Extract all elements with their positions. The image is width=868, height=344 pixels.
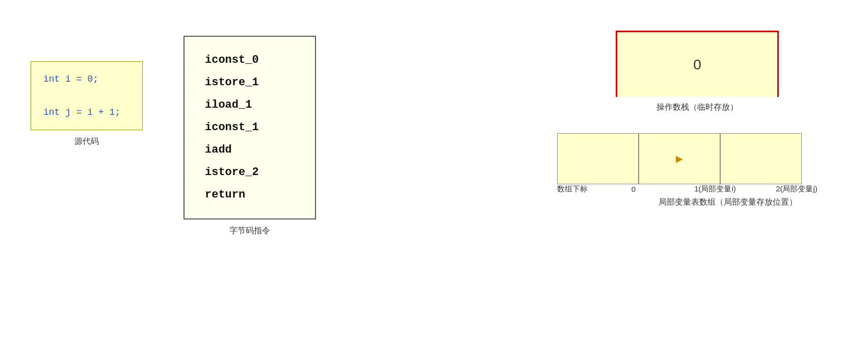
- lv-index-row: 数组下标 0 1(局部变量i) 2(局部变量j): [557, 184, 837, 194]
- local-var-cell-2: [720, 133, 802, 184]
- operand-stack-section: 0 操作数栈（临时存放）: [557, 31, 837, 113]
- local-var-cell-1: ▶: [639, 133, 720, 184]
- bytecode-instructions: iconst_0 istore_1 iload_1 iconst_1 iadd …: [205, 49, 295, 206]
- lv-index-1: 1(局部变量i): [674, 184, 756, 194]
- source-code-text: int i = 0; int j = i + 1;: [43, 71, 130, 120]
- local-var-array-label: 局部变量表数组（局部变量存放位置）: [588, 197, 868, 208]
- operand-stack-value: 0: [693, 57, 701, 73]
- right-section: 0 操作数栈（临时存放） ▶ 数组下标 0 1(局部变量i) 2(局部变量j) …: [557, 31, 837, 208]
- local-var-cell-0: [557, 133, 639, 184]
- operand-stack-label: 操作数栈（临时存放）: [656, 102, 738, 113]
- source-code-box: int i = 0; int j = i + 1;: [31, 61, 143, 130]
- bytecode-section: iconst_0 istore_1 iload_1 iconst_1 iadd …: [183, 36, 316, 236]
- local-var-table: ▶: [557, 133, 802, 184]
- cursor-icon: ▶: [676, 153, 683, 164]
- source-code-section: int i = 0; int j = i + 1; 源代码: [31, 61, 143, 147]
- local-var-array-section: ▶ 数组下标 0 1(局部变量i) 2(局部变量j) 局部变量表数组（局部变量存…: [557, 133, 837, 208]
- bytecode-box: iconst_0 istore_1 iload_1 iconst_1 iadd …: [183, 36, 316, 219]
- bytecode-label: 字节码指令: [229, 226, 270, 236]
- lv-index-0: 0: [593, 185, 674, 193]
- lv-index-2: 2(局部变量j): [756, 184, 837, 194]
- operand-stack-box: 0: [616, 31, 779, 97]
- source-code-label: 源代码: [74, 136, 99, 147]
- local-var-index-label: 数组下标: [557, 184, 588, 194]
